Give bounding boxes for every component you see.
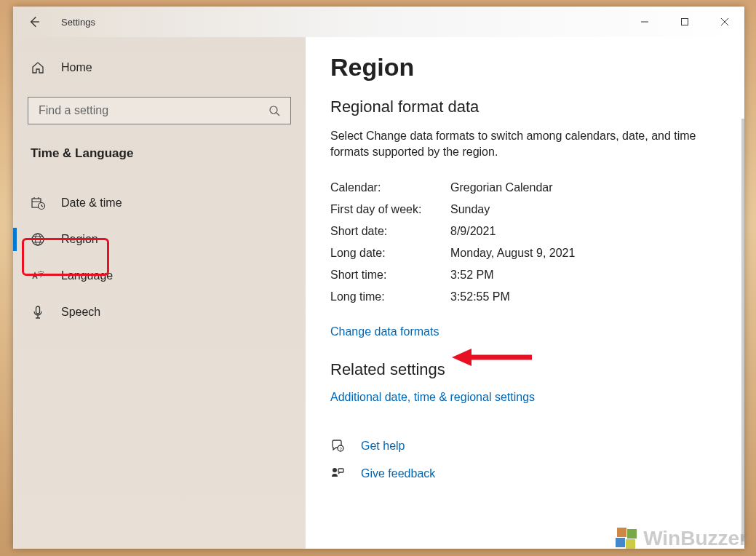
sidebar-group-title: Time & Language	[28, 146, 291, 161]
search-input-container[interactable]	[28, 97, 291, 124]
close-button[interactable]	[704, 7, 744, 37]
svg-point-1	[270, 106, 277, 114]
titlebar: Settings	[13, 7, 744, 37]
sidebar-nav-list: Date & time Region 字 Language Speech	[28, 186, 291, 330]
format-value: Sunday	[450, 203, 724, 216]
section-description: Select Change data formats to switch amo…	[330, 128, 701, 161]
help-icon: ?	[330, 439, 345, 453]
active-indicator	[13, 228, 17, 251]
format-value: Gregorian Calendar	[450, 181, 724, 194]
svg-rect-0	[681, 19, 688, 25]
svg-point-10	[333, 468, 337, 472]
home-nav[interactable]: Home	[28, 55, 291, 81]
minimize-button[interactable]	[624, 7, 664, 37]
format-label: Long date:	[330, 247, 450, 260]
sidebar-item-date-time[interactable]: Date & time	[28, 186, 291, 221]
format-label: Long time:	[330, 290, 450, 303]
sidebar-item-region[interactable]: Region	[28, 222, 291, 257]
maximize-button[interactable]	[664, 7, 704, 37]
feedback-icon	[330, 466, 345, 481]
format-value: 3:52 PM	[450, 269, 724, 282]
sidebar-item-speech[interactable]: Speech	[28, 295, 291, 330]
additional-regional-settings-link[interactable]: Additional date, time & regional setting…	[330, 391, 535, 404]
calendar-clock-icon	[31, 196, 45, 210]
globe-icon	[31, 232, 45, 247]
svg-rect-7	[36, 306, 40, 314]
search-icon	[268, 105, 280, 116]
give-feedback-row[interactable]: Give feedback	[330, 466, 724, 481]
format-label: Short time:	[330, 269, 450, 282]
settings-window: Settings Home Time & Language Date & tim…	[13, 7, 744, 549]
change-data-formats-link[interactable]: Change data formats	[330, 325, 439, 338]
format-label: First day of week:	[330, 203, 450, 216]
sidebar-item-label: Date & time	[61, 196, 122, 210]
window-body: Home Time & Language Date & time Region	[13, 37, 744, 549]
search-input[interactable]	[39, 104, 268, 117]
svg-rect-11	[338, 469, 343, 472]
content-scrollbar[interactable]	[741, 119, 744, 541]
main-content: Region Regional format data Select Chang…	[306, 37, 744, 549]
section-related-settings-title: Related settings	[330, 360, 724, 379]
app-title: Settings	[61, 17, 624, 28]
sidebar-item-language[interactable]: 字 Language	[28, 258, 291, 293]
give-feedback-link[interactable]: Give feedback	[361, 467, 435, 480]
format-label: Calendar:	[330, 181, 450, 194]
microphone-icon	[31, 305, 45, 319]
home-label: Home	[61, 61, 92, 74]
format-value: 8/9/2021	[450, 225, 724, 238]
page-title: Region	[330, 53, 724, 82]
sidebar-item-label: Region	[61, 233, 98, 246]
window-controls	[624, 7, 744, 37]
sidebar: Home Time & Language Date & time Region	[13, 37, 306, 549]
back-button[interactable]	[26, 15, 41, 29]
home-icon	[31, 60, 45, 75]
sidebar-item-label: Language	[61, 269, 113, 282]
format-value: Monday, August 9, 2021	[450, 247, 724, 260]
svg-text:字: 字	[38, 271, 44, 278]
section-regional-format-title: Regional format data	[330, 98, 724, 116]
format-data-grid: Calendar:Gregorian Calendar First day of…	[330, 181, 724, 303]
language-icon: 字	[31, 269, 45, 283]
format-value: 3:52:55 PM	[450, 290, 724, 303]
format-label: Short date:	[330, 225, 450, 238]
get-help-row[interactable]: ? Get help	[330, 439, 724, 453]
sidebar-item-label: Speech	[61, 306, 100, 319]
get-help-link[interactable]: Get help	[361, 440, 405, 453]
